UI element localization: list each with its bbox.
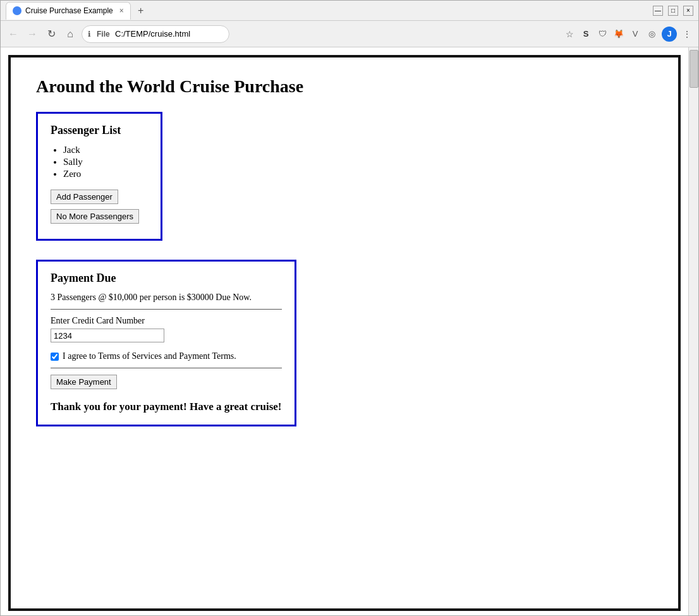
passenger-list-heading: Passenger List <box>51 124 148 137</box>
window-controls: — □ × <box>653 6 693 16</box>
list-item: Jack <box>63 145 148 155</box>
close-button[interactable]: × <box>683 6 693 16</box>
page-title: Around the World Cruise Purchase <box>36 76 653 97</box>
star-icon[interactable]: ☆ <box>563 28 576 40</box>
ext-icon-1[interactable]: S <box>580 28 592 40</box>
no-more-passengers-button[interactable]: No More Passengers <box>51 209 139 224</box>
profile-button[interactable]: J <box>662 27 677 42</box>
payment-description: 3 Passengers @ $10,000 per person is $30… <box>51 293 282 303</box>
ext-icon-5[interactable]: ◎ <box>645 28 658 40</box>
toolbar-icons: ☆ S 🛡 🦊 V ◎ J ⋮ <box>563 27 693 42</box>
tab-title: Cruise Purchase Example <box>25 6 113 15</box>
ext-icon-3[interactable]: 🦊 <box>612 28 625 40</box>
payment-heading: Payment Due <box>51 272 282 285</box>
passenger-list-box: Passenger List Jack Sally Zero Add Passe… <box>36 112 162 241</box>
maximize-button[interactable]: □ <box>668 6 678 16</box>
passenger-list: Jack Sally Zero <box>63 145 148 179</box>
terms-row: I agree to Terms of Services and Payment… <box>51 351 282 361</box>
file-label: File <box>97 30 110 39</box>
terms-checkbox[interactable] <box>51 353 59 361</box>
minimize-button[interactable]: — <box>653 6 663 16</box>
list-item: Zero <box>63 169 148 179</box>
new-tab-button[interactable]: + <box>133 3 149 18</box>
scrollbar[interactable] <box>688 47 698 615</box>
menu-icon[interactable]: ⋮ <box>681 28 693 40</box>
active-tab[interactable]: Cruise Purchase Example × <box>6 2 131 20</box>
title-bar-left: Cruise Purchase Example × + <box>6 2 149 20</box>
tab-close-btn[interactable]: × <box>119 6 124 15</box>
add-passenger-button[interactable]: Add Passenger <box>51 190 118 204</box>
ext-icon-4[interactable]: V <box>629 28 641 40</box>
page-inner: Around the World Cruise Purchase Passeng… <box>1 47 688 615</box>
divider-1 <box>51 309 282 310</box>
back-button[interactable]: ← <box>6 27 21 42</box>
browser-window: Cruise Purchase Example × + — □ × ← → ↻ … <box>0 0 699 616</box>
ext-icon-2[interactable]: 🛡 <box>596 28 609 40</box>
payment-box: Payment Due 3 Passengers @ $10,000 per p… <box>36 260 296 426</box>
refresh-button[interactable]: ↻ <box>44 27 59 42</box>
webpage-frame: Around the World Cruise Purchase Passeng… <box>8 55 681 611</box>
forward-button[interactable]: → <box>25 27 40 42</box>
address-bar: ← → ↻ ⌂ ℹ File ☆ S 🛡 🦊 V ◎ J ⋮ <box>1 21 698 47</box>
terms-label: I agree to Terms of Services and Payment… <box>63 351 236 361</box>
title-bar: Cruise Purchase Example × + — □ × <box>1 1 698 21</box>
page-content: Around the World Cruise Purchase Passeng… <box>1 47 698 615</box>
divider-2 <box>51 368 282 368</box>
cc-input[interactable] <box>51 329 164 342</box>
home-button[interactable]: ⌂ <box>63 27 78 42</box>
make-payment-button[interactable]: Make Payment <box>51 375 117 389</box>
scrollbar-thumb[interactable] <box>690 50 698 88</box>
thank-you-message: Thank you for your payment! Have a great… <box>51 399 282 414</box>
list-item: Sally <box>63 157 148 167</box>
info-icon: ℹ <box>88 30 91 39</box>
cc-label: Enter Credit Card Number <box>51 316 282 326</box>
tab-favicon <box>13 6 21 15</box>
